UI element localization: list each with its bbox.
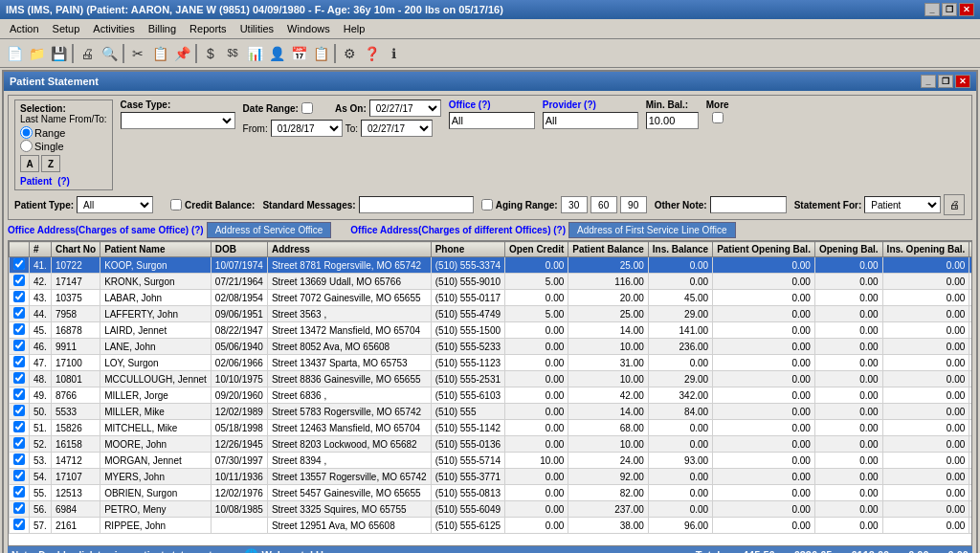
aging-range-check[interactable] [481, 199, 493, 210]
table-row[interactable]: 43. 10375 LABAR, John 02/08/1954 Street … [10, 290, 973, 306]
date-range-check[interactable] [301, 102, 313, 114]
statement-for-select[interactable]: Patient [864, 196, 941, 213]
tb-paste[interactable]: 📌 [171, 43, 192, 64]
row-checkbox-cell[interactable] [10, 274, 30, 290]
row-checkbox-cell[interactable] [10, 501, 30, 518]
menu-help[interactable]: Help [338, 21, 371, 36]
table-row[interactable]: 42. 17147 KRONK, Surgon 07/21/1964 Stree… [10, 274, 973, 290]
row-checkbox-cell[interactable] [10, 306, 30, 322]
row-checkbox[interactable] [13, 356, 25, 367]
to-date-select[interactable]: 02/27/17 [361, 120, 433, 137]
provider-input[interactable] [543, 112, 638, 129]
row-checkbox-cell[interactable] [10, 257, 30, 274]
single-radio-label[interactable]: Single [20, 140, 107, 152]
table-row[interactable]: 54. 17107 MYERS, John 10/11/1936 Street … [10, 469, 973, 485]
tb-new[interactable]: 📄 [4, 43, 25, 64]
row-checkbox[interactable] [13, 437, 25, 449]
table-row[interactable]: 48. 10801 MCCULLOUGH, Jennet 10/10/1975 … [10, 371, 973, 387]
tb-calendar[interactable]: 📅 [288, 43, 309, 64]
win-restore[interactable]: ❐ [938, 75, 953, 88]
menu-windows[interactable]: Windows [281, 21, 336, 36]
row-checkbox-cell[interactable] [10, 436, 30, 453]
table-row[interactable]: 46. 9911 LANE, John 05/06/1940 Street 80… [10, 339, 973, 355]
restore-btn[interactable]: ❐ [942, 3, 957, 16]
row-checkbox[interactable] [13, 421, 25, 432]
row-checkbox[interactable] [13, 502, 25, 514]
tb-help[interactable]: ❓ [361, 43, 382, 64]
row-checkbox[interactable] [13, 486, 25, 498]
statement-for-btn[interactable]: 🖨 [944, 194, 965, 215]
table-row[interactable]: 56. 6984 PETRO, Meny 10/08/1985 Street 3… [10, 501, 973, 518]
menu-billing[interactable]: Billing [143, 21, 182, 36]
z-button[interactable]: Z [41, 155, 60, 172]
tb-save[interactable]: 💾 [48, 43, 69, 64]
row-checkbox-cell[interactable] [10, 518, 30, 534]
tb-list[interactable]: 📋 [310, 43, 331, 64]
tb-patient[interactable]: 👤 [266, 43, 287, 64]
row-checkbox[interactable] [13, 372, 25, 384]
single-radio[interactable] [20, 140, 33, 152]
row-checkbox-cell[interactable] [10, 322, 30, 339]
row-checkbox[interactable] [13, 453, 25, 465]
tb-open[interactable]: 📁 [26, 43, 47, 64]
menu-activities[interactable]: Activities [87, 21, 140, 36]
table-row[interactable]: 41. 10722 KOOP, Surgon 10/07/1974 Street… [10, 257, 973, 274]
row-checkbox-cell[interactable] [10, 404, 30, 420]
menu-utilities[interactable]: Utilities [234, 21, 279, 36]
more-checkbox[interactable] [712, 112, 724, 123]
range-radio[interactable] [20, 126, 33, 139]
tb-dollar[interactable]: $ [200, 43, 221, 64]
from-date-select[interactable]: 01/28/17 [271, 120, 343, 137]
row-checkbox[interactable] [13, 405, 25, 416]
row-checkbox-cell[interactable] [10, 339, 30, 355]
row-checkbox[interactable] [13, 388, 25, 400]
menu-action[interactable]: Action [4, 21, 45, 36]
row-checkbox[interactable] [13, 275, 25, 286]
row-checkbox-cell[interactable] [10, 355, 30, 371]
tb-info[interactable]: ℹ [383, 43, 404, 64]
office-input[interactable] [449, 112, 535, 129]
table-row[interactable]: 50. 5533 MILLER, Mike 12/02/1989 Street … [10, 404, 973, 420]
office-addr-same-label[interactable]: Office Address(Charges of same Office) (… [8, 225, 204, 235]
row-checkbox[interactable] [13, 291, 25, 302]
table-row[interactable]: 55. 12513 OBRIEN, Surgon 12/02/1976 Stre… [10, 485, 973, 501]
aging-val3[interactable] [620, 196, 647, 213]
provider-label[interactable]: Provider (?) [543, 100, 638, 110]
menu-reports[interactable]: Reports [184, 21, 233, 36]
row-checkbox-cell[interactable] [10, 469, 30, 485]
row-checkbox[interactable] [13, 323, 25, 335]
win-minimize[interactable]: _ [921, 75, 936, 88]
close-btn[interactable]: ✕ [959, 3, 974, 16]
minimize-btn[interactable]: _ [924, 3, 940, 16]
as-on-select[interactable]: 02/27/17 [369, 100, 441, 117]
aging-val1[interactable] [561, 196, 588, 213]
office-label[interactable]: Office (?) [449, 100, 535, 110]
min-bal-input[interactable] [646, 112, 699, 129]
tb-cut[interactable]: ✂ [127, 43, 148, 64]
row-checkbox[interactable] [13, 258, 25, 270]
menu-setup[interactable]: Setup [47, 21, 86, 36]
tb-settings[interactable]: ⚙ [339, 43, 360, 64]
patient-link[interactable]: Patient [20, 176, 52, 187]
addr-tab-first[interactable]: Address of First Service Line Office [568, 222, 736, 238]
aging-val2[interactable] [590, 196, 617, 213]
row-checkbox-cell[interactable] [10, 387, 30, 404]
row-checkbox[interactable] [13, 519, 25, 530]
tb-chart[interactable]: 📊 [244, 43, 265, 64]
row-checkbox-cell[interactable] [10, 453, 30, 469]
tb-print[interactable]: 🖨 [77, 43, 98, 64]
credit-balance-check[interactable] [170, 199, 182, 210]
tb-preview[interactable]: 🔍 [99, 43, 120, 64]
addr-tab-service[interactable]: Address of Service Office [207, 222, 332, 238]
win-close[interactable]: ✕ [955, 75, 970, 88]
row-checkbox-cell[interactable] [10, 485, 30, 501]
office-addr-diff-label[interactable]: Office Address(Charges of different Offi… [350, 225, 566, 235]
other-note-input[interactable] [710, 196, 787, 213]
table-row[interactable]: 49. 8766 MILLER, Jorge 09/20/1960 Street… [10, 387, 973, 404]
table-row[interactable]: 47. 17100 LOY, Surgon 02/06/1966 Street … [10, 355, 973, 371]
row-checkbox-cell[interactable] [10, 420, 30, 436]
table-row[interactable]: 44. 7958 LAFFERTY, John 09/06/1951 Stree… [10, 306, 973, 322]
table-row[interactable]: 45. 16878 LAIRD, Jennet 08/22/1947 Stree… [10, 322, 973, 339]
case-type-select[interactable] [121, 112, 235, 129]
a-button[interactable]: A [20, 155, 39, 172]
